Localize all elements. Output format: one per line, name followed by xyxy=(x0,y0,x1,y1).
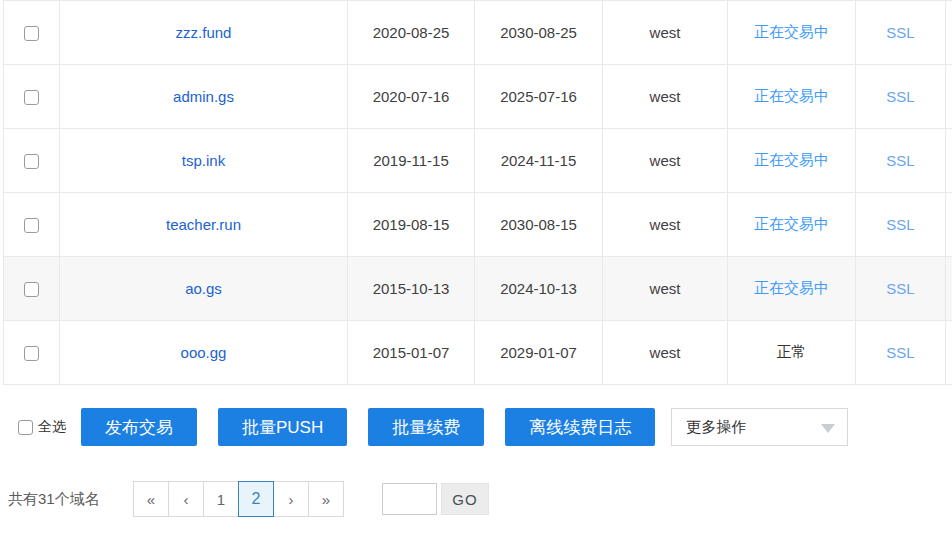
ssl-cell: SSL xyxy=(856,129,946,193)
pager: «‹12›» xyxy=(133,481,344,517)
more-actions-label: 更多操作 xyxy=(686,418,746,437)
expiry-date-cell: 2025-07-16 xyxy=(475,65,603,129)
page-last-button[interactable]: » xyxy=(308,481,344,517)
ssl-cell: SSL xyxy=(856,193,946,257)
extra-cell xyxy=(946,193,952,257)
more-actions-dropdown[interactable]: 更多操作 xyxy=(671,408,848,446)
registrar-cell: west xyxy=(603,321,728,385)
table-row: teacher.run2019-08-152030-08-15west正在交易中… xyxy=(4,193,952,257)
page-1-button[interactable]: 1 xyxy=(203,481,239,517)
registrar-cell: west xyxy=(603,257,728,321)
go-button[interactable]: GO xyxy=(441,483,489,515)
page-number-input[interactable] xyxy=(382,483,437,515)
registered-date-cell: 2019-08-15 xyxy=(348,193,475,257)
domain-table: zzz.fund2020-08-252030-08-25west正在交易中SSL… xyxy=(3,0,952,385)
domain-link[interactable]: ao.gs xyxy=(185,280,222,297)
domain-status[interactable]: 正在交易中 xyxy=(754,215,829,232)
registrar-cell: west xyxy=(603,65,728,129)
domain-link[interactable]: zzz.fund xyxy=(176,24,232,41)
row-checkbox-cell xyxy=(4,1,60,65)
registered-date-cell: 2019-11-15 xyxy=(348,129,475,193)
registered-date-cell: 2015-10-13 xyxy=(348,257,475,321)
domain-link[interactable]: ooo.gg xyxy=(181,344,227,361)
row-checkbox[interactable] xyxy=(24,218,39,233)
table-row: zzz.fund2020-08-252030-08-25west正在交易中SSL xyxy=(4,1,952,65)
domain-cell: zzz.fund xyxy=(60,1,348,65)
domain-cell: admin.gs xyxy=(60,65,348,129)
ssl-link[interactable]: SSL xyxy=(886,344,914,361)
extra-cell xyxy=(946,321,952,385)
ssl-link[interactable]: SSL xyxy=(886,216,914,233)
extra-cell xyxy=(946,65,952,129)
status-cell: 正在交易中 xyxy=(728,65,856,129)
domain-cell: ao.gs xyxy=(60,257,348,321)
domain-cell: ooo.gg xyxy=(60,321,348,385)
row-checkbox-cell xyxy=(4,321,60,385)
expiry-date-cell: 2024-10-13 xyxy=(475,257,603,321)
registered-date-cell: 2015-01-07 xyxy=(348,321,475,385)
select-all-label: 全选 xyxy=(38,418,66,436)
select-all: 全选 xyxy=(18,418,66,436)
row-checkbox-cell xyxy=(4,129,60,193)
status-cell: 正在交易中 xyxy=(728,1,856,65)
page-prev-button[interactable]: ‹ xyxy=(168,481,204,517)
ssl-cell: SSL xyxy=(856,321,946,385)
domain-cell: tsp.ink xyxy=(60,129,348,193)
ssl-link[interactable]: SSL xyxy=(886,280,914,297)
pagination-bar: 共有31个域名 «‹12›» GO xyxy=(0,481,952,517)
expiry-date-cell: 2030-08-15 xyxy=(475,193,603,257)
page-next-button[interactable]: › xyxy=(273,481,309,517)
registered-date-cell: 2020-07-16 xyxy=(348,65,475,129)
row-checkbox[interactable] xyxy=(24,26,39,41)
domain-status[interactable]: 正在交易中 xyxy=(754,23,829,40)
publish-trade-button[interactable]: 发布交易 xyxy=(81,408,197,446)
registrar-cell: west xyxy=(603,1,728,65)
bulk-actions-toolbar: 全选 发布交易批量PUSH批量续费离线续费日志 更多操作 xyxy=(0,408,952,446)
domain-link[interactable]: tsp.ink xyxy=(182,152,225,169)
domain-link[interactable]: teacher.run xyxy=(166,216,241,233)
expiry-date-cell: 2030-08-25 xyxy=(475,1,603,65)
domain-table-wrap: zzz.fund2020-08-252030-08-25west正在交易中SSL… xyxy=(3,0,952,385)
status-cell: 正在交易中 xyxy=(728,257,856,321)
registered-date-cell: 2020-08-25 xyxy=(348,1,475,65)
batch-push-button[interactable]: 批量PUSH xyxy=(218,408,347,446)
ssl-cell: SSL xyxy=(856,1,946,65)
page-2-button[interactable]: 2 xyxy=(238,481,274,517)
expiry-date-cell: 2029-01-07 xyxy=(475,321,603,385)
domain-status[interactable]: 正在交易中 xyxy=(754,279,829,296)
row-checkbox[interactable] xyxy=(24,90,39,105)
row-checkbox-cell xyxy=(4,193,60,257)
table-row: tsp.ink2019-11-152024-11-15west正在交易中SSL xyxy=(4,129,952,193)
row-checkbox[interactable] xyxy=(24,346,39,361)
expiry-date-cell: 2024-11-15 xyxy=(475,129,603,193)
domain-link[interactable]: admin.gs xyxy=(173,88,234,105)
domain-status[interactable]: 正在交易中 xyxy=(754,151,829,168)
table-row: ooo.gg2015-01-072029-01-07west正常SSL xyxy=(4,321,952,385)
registrar-cell: west xyxy=(603,193,728,257)
row-checkbox-cell xyxy=(4,65,60,129)
status-cell: 正在交易中 xyxy=(728,193,856,257)
page-first-button[interactable]: « xyxy=(133,481,169,517)
ssl-cell: SSL xyxy=(856,257,946,321)
batch-renew-button[interactable]: 批量续费 xyxy=(368,408,484,446)
table-row: ao.gs2015-10-132024-10-13west正在交易中SSL xyxy=(4,257,952,321)
select-all-checkbox[interactable] xyxy=(18,420,33,435)
registrar-cell: west xyxy=(603,129,728,193)
domain-status[interactable]: 正在交易中 xyxy=(754,87,829,104)
row-checkbox[interactable] xyxy=(24,282,39,297)
ssl-cell: SSL xyxy=(856,65,946,129)
table-row: admin.gs2020-07-162025-07-16west正在交易中SSL xyxy=(4,65,952,129)
extra-cell xyxy=(946,257,952,321)
ssl-link[interactable]: SSL xyxy=(886,88,914,105)
status-cell: 正在交易中 xyxy=(728,129,856,193)
extra-cell xyxy=(946,129,952,193)
row-checkbox[interactable] xyxy=(24,154,39,169)
ssl-link[interactable]: SSL xyxy=(886,152,914,169)
domain-status: 正常 xyxy=(777,343,807,360)
row-checkbox-cell xyxy=(4,257,60,321)
domain-cell: teacher.run xyxy=(60,193,348,257)
ssl-link[interactable]: SSL xyxy=(886,24,914,41)
domain-count-summary: 共有31个域名 xyxy=(8,490,125,509)
extra-cell xyxy=(946,1,952,65)
offline-renew-log-button[interactable]: 离线续费日志 xyxy=(505,408,655,446)
